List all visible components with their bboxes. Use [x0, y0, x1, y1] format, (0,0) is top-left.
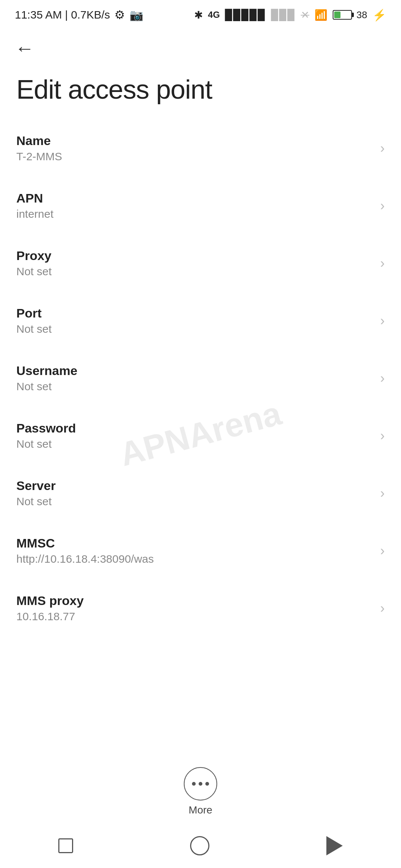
more-dots-icon [192, 782, 209, 786]
settings-value-server: Not set [16, 495, 373, 508]
settings-item-password[interactable]: PasswordNot set› [0, 407, 401, 464]
nav-recents-icon [58, 838, 73, 853]
settings-item-content-username: UsernameNot set [16, 364, 373, 393]
chevron-icon-apn: › [380, 198, 385, 214]
signal-bars-icon: ▉▉▉▉▉ [225, 9, 266, 21]
more-circle-icon [184, 767, 217, 800]
battery-container: 38 [333, 9, 367, 21]
dot-3 [205, 782, 209, 786]
settings-item-mms-proxy[interactable]: MMS proxy10.16.18.77› [0, 579, 401, 637]
settings-value-mmsc: http://10.16.18.4:38090/was [16, 553, 373, 565]
settings-value-name: T-2-MMS [16, 150, 373, 163]
more-label: More [189, 804, 212, 816]
status-left: 11:35 AM | 0.7KB/s ⚙ 📷 [15, 8, 143, 22]
nav-recents-button[interactable] [58, 838, 73, 853]
settings-item-username[interactable]: UsernameNot set› [0, 349, 401, 407]
more-button[interactable]: More [184, 767, 217, 816]
battery-fill [334, 11, 340, 18]
settings-value-apn: internet [16, 208, 373, 220]
settings-item-content-apn: APNinternet [16, 191, 373, 220]
nav-back-button[interactable] [326, 836, 343, 855]
settings-label-name: Name [16, 134, 373, 148]
page-title: Edit access point [0, 67, 401, 119]
battery-box [333, 10, 352, 20]
chevron-icon-username: › [380, 371, 385, 386]
settings-label-username: Username [16, 364, 373, 378]
wifi-icon: 📶 [314, 9, 327, 21]
settings-item-port[interactable]: PortNot set› [0, 292, 401, 349]
settings-label-password: Password [16, 421, 373, 435]
settings-value-proxy: Not set [16, 265, 373, 278]
back-button[interactable]: ← [0, 30, 49, 67]
chevron-icon-port: › [380, 313, 385, 329]
bluetooth-icon: ✱ [194, 9, 203, 21]
chevron-icon-proxy: › [380, 256, 385, 271]
settings-value-username: Not set [16, 380, 373, 393]
status-bar: 11:35 AM | 0.7KB/s ⚙ 📷 ✱ 4G ▉▉▉▉▉ ▉▉▉ ✕ … [0, 0, 401, 30]
bolt-icon: ⚡ [372, 9, 386, 22]
nav-bar [0, 823, 401, 868]
chevron-icon-server: › [380, 486, 385, 501]
settings-value-mms-proxy: 10.16.18.77 [16, 610, 373, 623]
no-signal-icon: ✕ [301, 9, 309, 21]
dot-2 [199, 782, 202, 786]
time-display: 11:35 AM | 0.7KB/s [15, 9, 110, 21]
dot-1 [192, 782, 196, 786]
settings-item-server[interactable]: ServerNot set› [0, 464, 401, 522]
settings-label-apn: APN [16, 191, 373, 206]
settings-item-content-server: ServerNot set [16, 479, 373, 508]
settings-item-name[interactable]: NameT-2-MMS› [0, 119, 401, 177]
status-right: ✱ 4G ▉▉▉▉▉ ▉▉▉ ✕ 📶 38 ⚡ [194, 9, 386, 22]
settings-item-content-password: PasswordNot set [16, 421, 373, 450]
settings-item-content-proxy: ProxyNot set [16, 249, 373, 278]
settings-list: NameT-2-MMS›APNinternet›ProxyNot set›Por… [0, 119, 401, 637]
settings-label-server: Server [16, 479, 373, 493]
settings-label-proxy: Proxy [16, 249, 373, 263]
battery-percent: 38 [356, 9, 367, 21]
settings-item-content-mmsc: MMSChttp://10.16.18.4:38090/was [16, 536, 373, 565]
settings-item-content-port: PortNot set [16, 306, 373, 335]
signal-bars2-icon: ▉▉▉ [271, 9, 296, 21]
chevron-icon-mmsc: › [380, 543, 385, 559]
camera-icon: 📷 [130, 9, 143, 22]
chevron-icon-mms-proxy: › [380, 601, 385, 616]
chevron-icon-password: › [380, 428, 385, 444]
settings-value-password: Not set [16, 438, 373, 450]
settings-item-content-name: NameT-2-MMS [16, 134, 373, 163]
signal-4g-icon: 4G [208, 10, 220, 20]
settings-label-mmsc: MMSC [16, 536, 373, 550]
settings-label-port: Port [16, 306, 373, 320]
nav-back-icon [326, 836, 343, 855]
settings-item-apn[interactable]: APNinternet› [0, 177, 401, 234]
settings-value-port: Not set [16, 323, 373, 335]
settings-item-content-mms-proxy: MMS proxy10.16.18.77 [16, 594, 373, 623]
nav-home-button[interactable] [190, 836, 209, 855]
settings-item-mmsc[interactable]: MMSChttp://10.16.18.4:38090/was› [0, 522, 401, 579]
settings-label-mms-proxy: MMS proxy [16, 594, 373, 608]
settings-item-proxy[interactable]: ProxyNot set› [0, 234, 401, 292]
chevron-icon-name: › [380, 141, 385, 156]
nav-home-icon [190, 836, 209, 855]
back-arrow-icon: ← [15, 37, 34, 59]
settings-icon: ⚙ [114, 8, 125, 22]
